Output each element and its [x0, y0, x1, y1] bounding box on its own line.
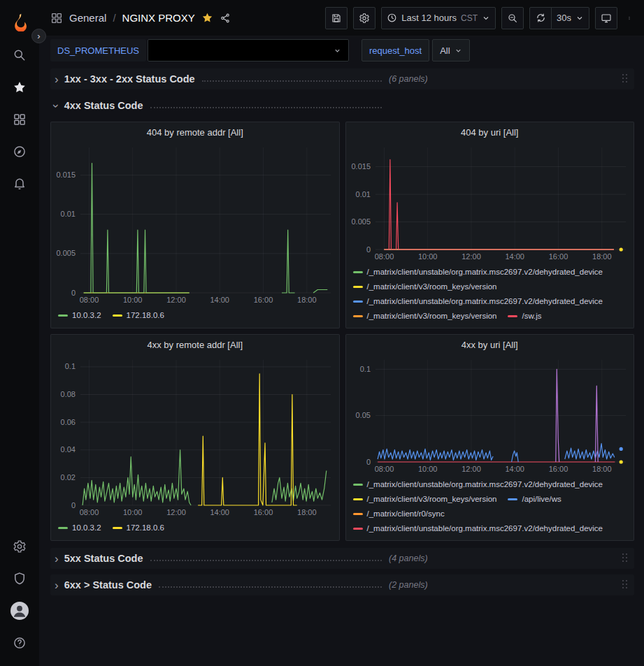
- kebab-menu-icon[interactable]: [623, 7, 636, 29]
- legend-item[interactable]: /_matrix/client/unstable/org.matrix.msc2…: [353, 294, 603, 309]
- svg-text:0.05: 0.05: [355, 411, 370, 419]
- svg-text:0.015: 0.015: [351, 162, 371, 171]
- alerting-bell-icon[interactable]: [4, 168, 35, 200]
- row-title: 5xx Status Code: [64, 553, 143, 564]
- settings-gear-icon[interactable]: [4, 530, 35, 563]
- breadcrumb-separator: /: [113, 12, 115, 24]
- request-host-value: All: [440, 45, 450, 56]
- breadcrumb: General / NGINX PROXY: [50, 12, 231, 24]
- refresh-group: 30s: [529, 7, 589, 29]
- panel-title[interactable]: 404 by remote addr [All]: [51, 122, 339, 142]
- legend-item[interactable]: 10.0.3.2: [58, 521, 101, 535]
- dotted-leader: [150, 107, 382, 108]
- svg-text:16:00: 16:00: [548, 465, 568, 473]
- panel-404-by-uri: 404 by uri [All] 08:0010:0012:0014:0016:…: [345, 122, 635, 328]
- svg-text:0: 0: [366, 458, 370, 466]
- explore-compass-icon[interactable]: [4, 136, 35, 168]
- zoom-out-time-button[interactable]: [501, 7, 524, 29]
- row-drag-handle-icon[interactable]: [620, 552, 630, 565]
- panel-4xx-by-uri: 4xx by uri [All] 08:0010:0012:0014:0016:…: [345, 334, 635, 541]
- row-header-4xx[interactable]: › 4xx Status Code: [50, 95, 634, 116]
- row-drag-handle-icon[interactable]: [620, 579, 630, 591]
- svg-text:10:00: 10:00: [417, 465, 437, 473]
- legend-item[interactable]: /_matrix/client/unstable/org.matrix.msc2…: [353, 265, 603, 280]
- svg-text:12:00: 12:00: [461, 252, 481, 261]
- chevron-down-icon: [455, 47, 462, 55]
- panel-title[interactable]: 404 by uri [All]: [346, 122, 634, 142]
- request-host-select[interactable]: All: [432, 39, 469, 61]
- panel-legend: /_matrix/client/unstable/org.matrix.msc2…: [346, 263, 634, 328]
- main-area: General / NGINX PROXY: [39, 0, 644, 666]
- dashboard-settings-button[interactable]: [353, 7, 375, 29]
- svg-text:0.1: 0.1: [65, 362, 76, 370]
- timezone-label: CST: [461, 13, 478, 23]
- row-header-5xx[interactable]: › 5xx Status Code (4 panels): [50, 548, 634, 569]
- svg-text:18:00: 18:00: [592, 465, 612, 473]
- dotted-leader: [159, 586, 382, 588]
- variable-label-request-host[interactable]: request_host: [362, 39, 429, 61]
- panel-title[interactable]: 4xx by uri [All]: [346, 335, 634, 354]
- cycle-view-mode-button[interactable]: [595, 7, 617, 29]
- svg-text:18:00: 18:00: [592, 252, 612, 261]
- series-color-swatch: [353, 286, 363, 288]
- starred-dashboards-icon[interactable]: [4, 71, 35, 103]
- zoom-out-icon: [507, 13, 518, 24]
- grafana-logo-icon[interactable]: [4, 4, 35, 39]
- breadcrumb-dashboard-title[interactable]: NGINX PROXY: [122, 12, 195, 24]
- legend-item[interactable]: /_matrix/client/unstable/org.matrix.msc2…: [353, 477, 603, 492]
- search-icon[interactable]: [4, 39, 35, 71]
- chevron-down-icon: [575, 14, 584, 22]
- legend-item[interactable]: 10.0.3.2: [58, 308, 101, 323]
- breadcrumb-section[interactable]: General: [69, 12, 106, 24]
- variable-label-ds-prometheus[interactable]: DS_PROMETHEUS: [50, 39, 146, 61]
- panel-count: (2 panels): [389, 580, 428, 590]
- refresh-button[interactable]: [529, 7, 552, 29]
- row-drag-handle-icon[interactable]: [620, 73, 630, 85]
- chevron-down-icon: [334, 47, 341, 55]
- time-series-chart[interactable]: 08:0010:0012:0014:0016:0018:0000.0050.01…: [346, 142, 634, 263]
- refresh-interval-select[interactable]: 30s: [551, 7, 589, 29]
- favorite-star-icon[interactable]: [201, 12, 213, 24]
- dashboard-toolbar: Last 12 hours CST: [325, 7, 636, 29]
- chevron-right-icon: ›: [55, 553, 59, 565]
- expand-nav-chevron-button[interactable]: ›: [31, 29, 46, 43]
- dashboards-icon[interactable]: [4, 103, 35, 136]
- share-icon[interactable]: [220, 13, 231, 24]
- time-range-picker[interactable]: Last 12 hours CST: [381, 7, 496, 29]
- svg-text:0.08: 0.08: [61, 390, 76, 398]
- row-header-6xx[interactable]: › 6xx > Status Code (2 panels): [50, 574, 634, 595]
- request-host-label: request_host: [369, 45, 422, 56]
- svg-text:18:00: 18:00: [297, 296, 317, 304]
- clock-icon: [387, 13, 397, 23]
- svg-text:12:00: 12:00: [461, 465, 481, 473]
- dashboard-canvas: › 1xx - 3xx - 2xx Status Code (6 panels)…: [39, 64, 644, 666]
- svg-text:08:00: 08:00: [374, 252, 394, 261]
- user-avatar[interactable]: [4, 595, 35, 627]
- svg-text:0.1: 0.1: [359, 365, 370, 373]
- legend-item[interactable]: /_matrix/client/v3/room_keys/version: [353, 280, 497, 294]
- legend-item[interactable]: /_matrix/client/v3/room_keys/version: [353, 492, 497, 507]
- panel-title[interactable]: 4xx by remote addr [All]: [51, 335, 339, 354]
- time-series-chart[interactable]: 08:0010:0012:0014:0016:0018:0000.020.040…: [51, 354, 339, 519]
- svg-text:16:00: 16:00: [548, 252, 568, 261]
- server-admin-shield-icon[interactable]: [4, 563, 35, 595]
- legend-item[interactable]: 172.18.0.6: [113, 308, 164, 323]
- dotted-leader: [202, 80, 382, 82]
- save-dashboard-button[interactable]: [325, 7, 348, 29]
- svg-text:0.01: 0.01: [355, 190, 370, 198]
- legend-item[interactable]: /sw.js: [508, 309, 541, 324]
- legend-item[interactable]: /_matrix/client/v3/room_keys/version: [353, 309, 497, 324]
- row-header-1xx-3xx-2xx[interactable]: › 1xx - 3xx - 2xx Status Code (6 panels): [50, 68, 634, 89]
- time-series-chart[interactable]: 08:0010:0012:0014:0016:0018:0000.050.1: [346, 354, 634, 476]
- time-series-chart[interactable]: 08:0010:0012:0014:0016:0018:0000.0050.01…: [51, 142, 339, 307]
- series-color-swatch: [353, 513, 363, 515]
- series-color-swatch: [353, 271, 363, 273]
- legend-item[interactable]: 172.18.0.6: [113, 521, 164, 535]
- legend-item[interactable]: /_matrix/client/unstable/org.matrix.msc2…: [353, 521, 603, 536]
- svg-text:08:00: 08:00: [80, 508, 99, 516]
- datasource-select[interactable]: [148, 39, 349, 61]
- legend-item[interactable]: /api/live/ws: [508, 492, 561, 507]
- help-icon[interactable]: [4, 627, 35, 659]
- series-color-swatch: [508, 498, 517, 500]
- legend-item[interactable]: /_matrix/client/r0/sync: [353, 507, 445, 521]
